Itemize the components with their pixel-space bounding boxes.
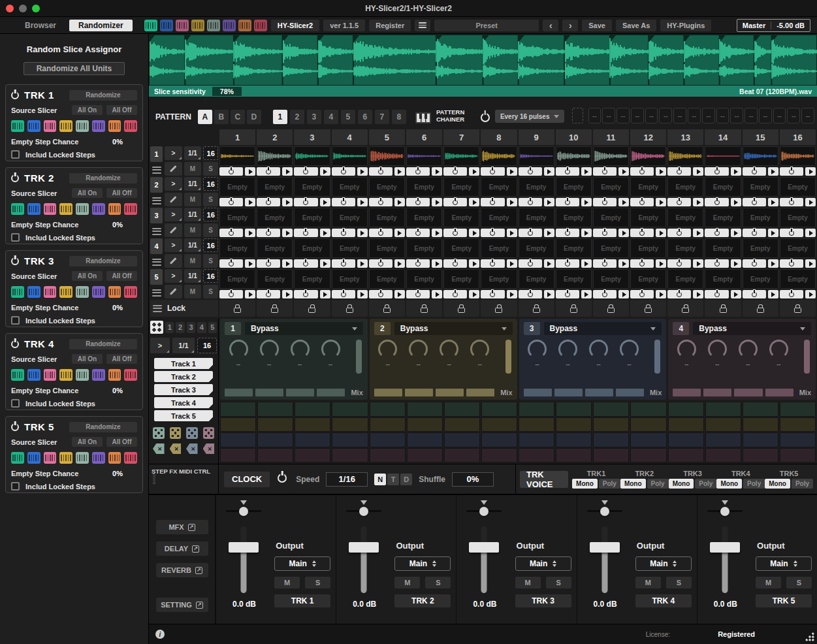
volume-fader-handle[interactable] bbox=[710, 542, 740, 553]
step-fx-cell[interactable] bbox=[519, 402, 554, 417]
step-play-button[interactable] bbox=[805, 229, 816, 237]
fx-knob[interactable]: -- bbox=[258, 340, 280, 386]
row-solo-button[interactable]: S bbox=[203, 285, 218, 298]
volume-fader-handle[interactable] bbox=[349, 542, 379, 553]
step-play-button[interactable] bbox=[507, 259, 517, 268]
step-play-button[interactable] bbox=[432, 198, 442, 206]
step-power-button[interactable] bbox=[294, 198, 317, 206]
row-solo-button[interactable]: S bbox=[203, 254, 218, 268]
chain-slot[interactable]: -- bbox=[673, 108, 686, 123]
tab-browser[interactable]: Browser bbox=[16, 20, 65, 31]
step-power-button[interactable] bbox=[481, 290, 504, 298]
step-fx-cell[interactable] bbox=[295, 448, 330, 463]
step-fx-cell[interactable] bbox=[593, 402, 629, 417]
fx-matrix-tab[interactable]: 5 bbox=[208, 322, 217, 333]
step-slice-display[interactable]: Empty bbox=[481, 177, 517, 197]
solo-button[interactable]: S bbox=[425, 577, 451, 588]
step-fx-cell[interactable] bbox=[332, 402, 368, 417]
step-power-button[interactable] bbox=[481, 259, 504, 268]
fx-knob[interactable]: -- bbox=[438, 340, 460, 386]
pan-control[interactable] bbox=[466, 500, 502, 512]
step-slice-display[interactable]: Empty bbox=[593, 238, 629, 258]
step-fx-cell[interactable] bbox=[257, 432, 293, 447]
step-fx-cell[interactable] bbox=[444, 432, 480, 447]
slicer-icon[interactable] bbox=[59, 452, 72, 464]
step-play-button[interactable] bbox=[544, 290, 554, 298]
step-fx-cell[interactable] bbox=[556, 402, 592, 417]
step-fx-cell[interactable] bbox=[295, 432, 330, 447]
step-play-button[interactable] bbox=[618, 229, 629, 237]
save-as-button[interactable]: Save As bbox=[616, 20, 656, 31]
step-fx-cell[interactable] bbox=[407, 432, 443, 447]
fx-direction-button[interactable]: > bbox=[150, 338, 170, 353]
step-fx-cell[interactable] bbox=[519, 448, 554, 463]
step-fx-cell[interactable] bbox=[668, 432, 704, 447]
step-slice-display[interactable] bbox=[294, 146, 330, 166]
step-fx-cell[interactable] bbox=[705, 417, 741, 432]
fx-knob[interactable]: -- bbox=[675, 340, 697, 386]
chain-slot[interactable]: -- bbox=[659, 108, 672, 123]
step-slice-display[interactable]: Empty bbox=[406, 238, 442, 258]
step-play-button[interactable] bbox=[432, 229, 442, 237]
row-steps-value[interactable]: 16 bbox=[203, 146, 218, 160]
slicer-icon[interactable] bbox=[108, 286, 121, 298]
step-slice-display[interactable]: Empty bbox=[780, 208, 816, 227]
pattern-slot-button[interactable]: 5 bbox=[341, 110, 355, 124]
dice-icon[interactable] bbox=[186, 427, 198, 439]
chain-slot[interactable]: -- bbox=[588, 108, 601, 123]
step-play-button[interactable] bbox=[805, 259, 816, 268]
pattern-slot-button[interactable]: 6 bbox=[358, 110, 372, 124]
step-slice-display[interactable]: Empty bbox=[257, 208, 293, 227]
slicer-icon[interactable] bbox=[108, 369, 121, 381]
pan-control[interactable] bbox=[345, 500, 382, 512]
all-on-button[interactable]: All On bbox=[72, 354, 103, 364]
step-slice-display[interactable]: Empty bbox=[332, 269, 368, 289]
step-play-button[interactable] bbox=[507, 198, 517, 206]
step-fx-cell[interactable] bbox=[668, 402, 704, 417]
step-slice-display[interactable]: Empty bbox=[443, 238, 479, 258]
track-randomize-button[interactable]: Randomize bbox=[69, 173, 137, 184]
step-power-button[interactable] bbox=[630, 259, 654, 268]
step-fx-cell[interactable] bbox=[780, 432, 816, 447]
step-lock-button[interactable] bbox=[369, 300, 405, 317]
step-play-button[interactable] bbox=[282, 290, 293, 298]
step-fx-cell[interactable] bbox=[705, 402, 741, 417]
step-slice-display[interactable] bbox=[481, 146, 517, 166]
slicer-icon[interactable] bbox=[124, 120, 137, 132]
step-power-button[interactable] bbox=[294, 290, 317, 298]
step-slice-display[interactable]: Empty bbox=[743, 269, 778, 289]
speed-value[interactable]: 1/16 bbox=[326, 472, 368, 487]
chain-slot[interactable]: -- bbox=[730, 108, 743, 123]
step-fx-cell[interactable] bbox=[593, 448, 629, 463]
step-slice-display[interactable] bbox=[519, 146, 554, 166]
clock-power-button[interactable] bbox=[278, 474, 287, 483]
row-direction-button[interactable]: > bbox=[165, 146, 182, 160]
fx-knob[interactable]: -- bbox=[767, 340, 790, 386]
all-on-button[interactable]: All On bbox=[72, 271, 103, 281]
fx-matrix-tab[interactable]: 3 bbox=[187, 322, 195, 333]
step-power-button[interactable] bbox=[519, 290, 542, 298]
step-fx-cell[interactable] bbox=[743, 432, 778, 447]
step-power-button[interactable] bbox=[705, 259, 728, 268]
step-power-button[interactable] bbox=[667, 259, 691, 268]
step-slice-display[interactable]: Empty bbox=[593, 177, 629, 197]
step-slice-display[interactable]: Empty bbox=[406, 208, 442, 227]
pattern-slot-button[interactable]: 1 bbox=[273, 110, 287, 124]
step-slice-display[interactable] bbox=[219, 146, 255, 166]
slicer-icon[interactable] bbox=[124, 452, 137, 464]
row-solo-button[interactable]: S bbox=[203, 162, 218, 176]
step-play-button[interactable] bbox=[469, 229, 479, 237]
step-slice-display[interactable]: Empty bbox=[481, 238, 517, 258]
step-play-button[interactable] bbox=[432, 259, 442, 268]
step-play-button[interactable] bbox=[245, 198, 255, 206]
step-power-button[interactable] bbox=[481, 198, 504, 206]
step-power-button[interactable] bbox=[593, 198, 617, 206]
step-play-button[interactable] bbox=[805, 198, 816, 206]
row-direction-button[interactable]: > bbox=[165, 208, 182, 221]
step-fx-cell[interactable] bbox=[780, 402, 816, 417]
slicer-icon[interactable] bbox=[59, 286, 72, 298]
solo-button[interactable]: S bbox=[305, 577, 330, 588]
empty-step-chance-value[interactable]: 0% bbox=[112, 221, 123, 229]
slicer-icon[interactable] bbox=[11, 452, 24, 464]
row-edit-button[interactable] bbox=[165, 162, 182, 176]
